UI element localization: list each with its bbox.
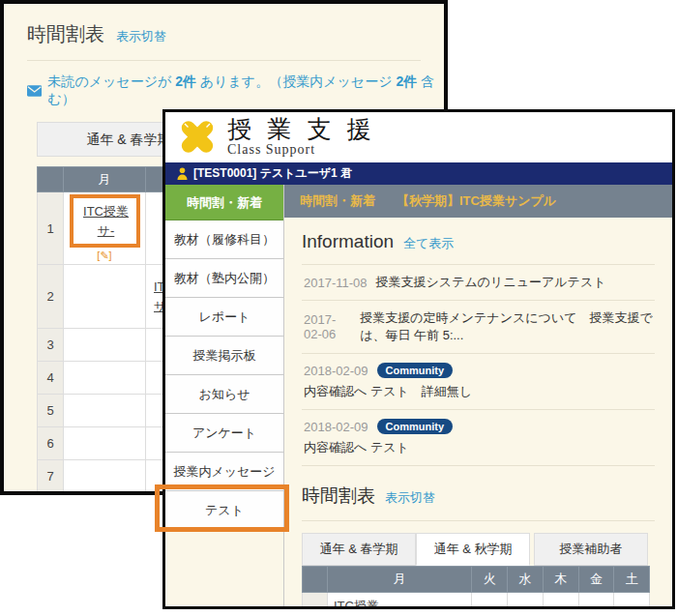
period-label: 7 <box>38 460 64 493</box>
course-link[interactable]: ITC授業サ- <box>334 597 382 609</box>
empty-cell <box>64 427 146 460</box>
timetable-header: 時間割表 表示切替 <box>302 484 655 509</box>
sidebar-item-test[interactable]: テスト <box>165 491 283 530</box>
period-label: 1 <box>303 593 328 610</box>
period-label: 3 <box>38 329 64 362</box>
display-toggle-link[interactable]: 表示切替 <box>116 28 166 45</box>
table-header-row: 月 火 水 木 金 土 <box>303 567 650 593</box>
timetable-title: 時間割表 <box>302 484 375 509</box>
table-row: 1 ITC授業サ- <box>303 593 650 610</box>
sidebar-item-class-board[interactable]: 授業掲示板 <box>165 337 283 375</box>
information-title: Information <box>302 231 394 252</box>
info-row[interactable]: 2017-02-06 授業支援の定時メンテナンスについて 授業支援では、毎日 午… <box>302 301 655 354</box>
divider <box>302 520 655 521</box>
show-all-link[interactable]: 全て表示 <box>403 235 454 252</box>
header-tuesday: 火 <box>472 567 508 593</box>
community-badge: Community <box>377 363 454 378</box>
info-text: 授業支援システムのリニューアルテスト <box>376 274 606 291</box>
sidebar-item-timetable-new[interactable]: 時間割・新着 <box>165 185 283 220</box>
period-label: 5 <box>38 395 64 427</box>
content-area: Information 全て表示 2017-11-08 授業支援システムのリニュ… <box>284 218 672 609</box>
breadcrumb-course: 【秋学期】ITC授業サンプル <box>397 192 556 210</box>
class-support-window: 授 業 支 援 Class Support [TEST0001] テストユーザ1… <box>162 109 675 609</box>
community-badge: Community <box>377 419 454 434</box>
timetable-title-row: 時間割表 表示切替 <box>27 21 444 47</box>
app-title: 授 業 支 援 <box>227 117 376 142</box>
user-name: [TEST0001] テストユーザ1 君 <box>193 165 352 182</box>
user-icon <box>177 167 188 180</box>
empty-cell <box>64 329 146 362</box>
period-label: 4 <box>38 362 64 395</box>
sidebar: 時間割・新着 教材（履修科目） 教材（塾内公開） レポート 授業掲示板 お知らせ… <box>165 185 284 606</box>
empty-cell <box>64 265 146 329</box>
course-cell: ITC授業サ- [✎] <box>64 192 146 265</box>
page-title: 時間割表 <box>27 21 104 47</box>
corner-header <box>38 167 64 192</box>
course-link[interactable]: ITC授業サ- <box>80 202 132 240</box>
period-label: 他 <box>38 493 64 496</box>
sidebar-item-class-message[interactable]: 授業内メッセージ <box>165 453 283 491</box>
course-highlight-box: ITC授業サ- <box>70 194 140 248</box>
info-date: 2017-02-06 <box>304 312 351 341</box>
course-cell: ITC授業サ- <box>328 593 472 610</box>
main-panel: 時間割・新着 【秋学期】ITC授業サンプル Information 全て表示 2… <box>284 185 672 606</box>
info-row[interactable]: 2018-02-09 Community 内容確認へ テスト 詳細無し <box>302 354 655 410</box>
period-label: 6 <box>38 427 64 460</box>
header-thursday: 木 <box>543 567 578 593</box>
empty-cell <box>64 362 146 395</box>
empty-cell <box>508 593 544 610</box>
timetable-grid: 月 火 水 木 金 土 1 ITC授業サ- <box>302 566 650 609</box>
semester-tabs: 通年 & 春学期 通年 & 秋学期 授業補助者 <box>302 533 655 566</box>
info-text: 授業支援の定時メンテナンスについて 授業支援では、毎日 午前 5:... <box>360 309 653 344</box>
tab-spring[interactable]: 通年 & 春学期 <box>302 533 416 566</box>
breadcrumb: 時間割・新着 【秋学期】ITC授業サンプル <box>284 185 672 218</box>
unread-count: 2件 <box>175 73 196 89</box>
header-monday: 月 <box>328 567 472 593</box>
empty-cell <box>614 593 650 610</box>
app-subtitle: Class Support <box>227 142 376 158</box>
mail-icon <box>27 85 42 97</box>
period-label: 2 <box>38 265 64 329</box>
info-date: 2017-11-08 <box>304 276 368 290</box>
sidebar-item-report[interactable]: レポート <box>165 298 283 337</box>
breadcrumb-current[interactable]: 時間割・新着 <box>300 192 375 210</box>
info-text: 内容確認へ テスト 詳細無し <box>304 383 653 400</box>
header-friday: 金 <box>578 567 614 593</box>
empty-cell <box>64 460 146 493</box>
sidebar-item-survey[interactable]: アンケート <box>165 414 283 453</box>
corner-header <box>303 567 328 593</box>
sidebar-item-materials-public[interactable]: 教材（塾内公開） <box>165 259 283 298</box>
memo-icon[interactable]: [✎] <box>68 249 141 262</box>
unread-text: 未読のメッセージが 2件 あります。（授業内メッセージ 2件 含む） <box>47 73 444 108</box>
info-date: 2018-02-09 <box>304 420 368 434</box>
tab-assistant[interactable]: 授業補助者 <box>534 533 648 566</box>
period-label: 1 <box>38 192 64 265</box>
info-row[interactable]: 2017-11-08 授業支援システムのリニューアルテスト <box>302 265 655 301</box>
display-toggle-link[interactable]: 表示切替 <box>385 489 435 507</box>
information-header: Information 全て表示 <box>302 231 655 252</box>
sidebar-item-notice[interactable]: お知らせ <box>165 375 283 414</box>
header-wednesday: 水 <box>508 567 544 593</box>
empty-cell <box>543 593 578 610</box>
empty-cell <box>64 395 146 427</box>
empty-cell <box>472 593 508 610</box>
logo-text: 授 業 支 援 Class Support <box>227 117 376 158</box>
header-saturday: 土 <box>614 567 650 593</box>
class-msg-count: 2件 <box>396 73 417 89</box>
tab-autumn[interactable]: 通年 & 秋学期 <box>416 533 530 566</box>
window-body: 時間割・新着 教材（履修科目） 教材（塾内公開） レポート 授業掲示板 お知らせ… <box>165 185 672 606</box>
app-header: 授 業 支 援 Class Support <box>165 112 672 162</box>
info-date: 2018-02-09 <box>304 364 368 378</box>
class-support-logo-icon <box>175 117 220 158</box>
unread-message-line[interactable]: 未読のメッセージが 2件 あります。（授業内メッセージ 2件 含む） <box>27 73 444 108</box>
info-row[interactable]: 2018-02-09 Community 内容確認へ テスト <box>302 410 655 466</box>
divider <box>27 60 421 61</box>
header-monday: 月 <box>64 167 146 192</box>
empty-cell <box>578 593 614 610</box>
user-bar: [TEST0001] テストユーザ1 君 <box>165 162 672 185</box>
info-text: 内容確認へ テスト <box>304 439 653 456</box>
sidebar-item-materials-registered[interactable]: 教材（履修科目） <box>165 220 283 259</box>
